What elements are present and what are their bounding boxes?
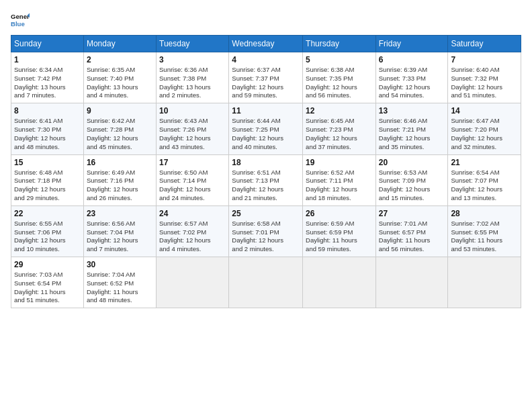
weekday-header-wednesday: Wednesday xyxy=(229,36,303,52)
day-info: Sunrise: 7:03 AM Sunset: 6:54 PM Dayligh… xyxy=(14,271,81,305)
day-info: Sunrise: 6:43 AM Sunset: 7:26 PM Dayligh… xyxy=(159,117,226,151)
day-number: 9 xyxy=(87,106,153,116)
day-number: 7 xyxy=(451,55,518,64)
day-info: Sunrise: 6:46 AM Sunset: 7:21 PM Dayligh… xyxy=(379,117,445,151)
svg-text:General: General xyxy=(11,13,30,20)
calendar-day-cell: 20Sunrise: 6:53 AM Sunset: 7:09 PM Dayli… xyxy=(375,154,448,205)
day-info: Sunrise: 6:50 AM Sunset: 7:14 PM Dayligh… xyxy=(159,169,226,203)
day-number: 2 xyxy=(87,55,153,64)
day-info: Sunrise: 6:58 AM Sunset: 7:01 PM Dayligh… xyxy=(232,220,300,254)
calendar-day-cell: 22Sunrise: 6:55 AM Sunset: 7:06 PM Dayli… xyxy=(11,205,84,257)
calendar-day-cell: 5Sunrise: 6:38 AM Sunset: 7:35 PM Daylig… xyxy=(303,52,376,103)
day-info: Sunrise: 6:44 AM Sunset: 7:25 PM Dayligh… xyxy=(232,117,300,151)
calendar-week-row: 29Sunrise: 7:03 AM Sunset: 6:54 PM Dayli… xyxy=(11,257,521,308)
weekday-header-saturday: Saturday xyxy=(448,36,521,52)
calendar-day-cell: 2Sunrise: 6:35 AM Sunset: 7:40 PM Daylig… xyxy=(83,52,156,103)
day-info: Sunrise: 6:55 AM Sunset: 7:06 PM Dayligh… xyxy=(14,220,81,254)
calendar-day-cell: 16Sunrise: 6:49 AM Sunset: 7:16 PM Dayli… xyxy=(83,154,156,205)
calendar-day-cell: 10Sunrise: 6:43 AM Sunset: 7:26 PM Dayli… xyxy=(157,103,229,154)
day-info: Sunrise: 6:59 AM Sunset: 6:59 PM Dayligh… xyxy=(306,220,373,254)
weekday-header-row: SundayMondayTuesdayWednesdayThursdayFrid… xyxy=(11,36,521,52)
calendar-day-cell: 24Sunrise: 6:57 AM Sunset: 7:02 PM Dayli… xyxy=(157,205,229,257)
day-number: 18 xyxy=(232,158,300,167)
calendar-week-row: 15Sunrise: 6:48 AM Sunset: 7:18 PM Dayli… xyxy=(11,154,521,205)
day-info: Sunrise: 6:39 AM Sunset: 7:33 PM Dayligh… xyxy=(379,66,445,100)
calendar-day-cell: 23Sunrise: 6:56 AM Sunset: 7:04 PM Dayli… xyxy=(83,205,156,257)
day-info: Sunrise: 6:38 AM Sunset: 7:35 PM Dayligh… xyxy=(306,66,373,100)
calendar-week-row: 8Sunrise: 6:41 AM Sunset: 7:30 PM Daylig… xyxy=(11,103,521,154)
day-info: Sunrise: 6:34 AM Sunset: 7:42 PM Dayligh… xyxy=(14,66,81,100)
day-number: 19 xyxy=(306,158,373,167)
day-number: 1 xyxy=(14,55,81,64)
calendar-table: SundayMondayTuesdayWednesdayThursdayFrid… xyxy=(11,35,521,308)
day-info: Sunrise: 6:42 AM Sunset: 7:28 PM Dayligh… xyxy=(87,117,153,151)
weekday-header-sunday: Sunday xyxy=(11,36,84,52)
day-number: 24 xyxy=(159,209,226,218)
logo: General Blue xyxy=(11,11,30,30)
day-info: Sunrise: 6:56 AM Sunset: 7:04 PM Dayligh… xyxy=(87,220,153,254)
day-number: 6 xyxy=(379,55,445,64)
day-info: Sunrise: 6:49 AM Sunset: 7:16 PM Dayligh… xyxy=(87,169,153,203)
calendar-day-cell: 15Sunrise: 6:48 AM Sunset: 7:18 PM Dayli… xyxy=(11,154,84,205)
day-info: Sunrise: 6:36 AM Sunset: 7:38 PM Dayligh… xyxy=(159,66,226,100)
calendar-day-cell: 9Sunrise: 6:42 AM Sunset: 7:28 PM Daylig… xyxy=(83,103,156,154)
calendar-day-cell: 21Sunrise: 6:54 AM Sunset: 7:07 PM Dayli… xyxy=(448,154,521,205)
calendar-day-cell xyxy=(303,257,376,308)
calendar-day-cell: 18Sunrise: 6:51 AM Sunset: 7:13 PM Dayli… xyxy=(229,154,303,205)
calendar-day-cell: 12Sunrise: 6:45 AM Sunset: 7:23 PM Dayli… xyxy=(303,103,376,154)
calendar-day-cell: 17Sunrise: 6:50 AM Sunset: 7:14 PM Dayli… xyxy=(157,154,229,205)
day-info: Sunrise: 6:54 AM Sunset: 7:07 PM Dayligh… xyxy=(451,169,518,203)
calendar-day-cell xyxy=(448,257,521,308)
day-number: 22 xyxy=(14,209,81,218)
day-number: 5 xyxy=(306,55,373,64)
day-info: Sunrise: 6:41 AM Sunset: 7:30 PM Dayligh… xyxy=(14,117,81,151)
calendar-day-cell: 11Sunrise: 6:44 AM Sunset: 7:25 PM Dayli… xyxy=(229,103,303,154)
day-info: Sunrise: 6:40 AM Sunset: 7:32 PM Dayligh… xyxy=(451,66,518,100)
day-info: Sunrise: 7:01 AM Sunset: 6:57 PM Dayligh… xyxy=(379,220,445,254)
day-number: 27 xyxy=(379,209,445,218)
calendar-day-cell: 6Sunrise: 6:39 AM Sunset: 7:33 PM Daylig… xyxy=(375,52,448,103)
calendar-day-cell: 1Sunrise: 6:34 AM Sunset: 7:42 PM Daylig… xyxy=(11,52,84,103)
day-number: 8 xyxy=(14,106,81,116)
day-number: 20 xyxy=(379,158,445,167)
day-number: 30 xyxy=(87,260,153,269)
day-number: 14 xyxy=(451,106,518,116)
calendar-day-cell xyxy=(229,257,303,308)
day-number: 13 xyxy=(379,106,445,116)
day-info: Sunrise: 6:57 AM Sunset: 7:02 PM Dayligh… xyxy=(159,220,226,254)
weekday-header-friday: Friday xyxy=(375,36,448,52)
day-number: 15 xyxy=(14,158,81,167)
calendar-day-cell xyxy=(157,257,229,308)
calendar-day-cell: 30Sunrise: 7:04 AM Sunset: 6:52 PM Dayli… xyxy=(83,257,156,308)
calendar-week-row: 22Sunrise: 6:55 AM Sunset: 7:06 PM Dayli… xyxy=(11,205,521,257)
day-info: Sunrise: 6:45 AM Sunset: 7:23 PM Dayligh… xyxy=(306,117,373,151)
day-number: 16 xyxy=(87,158,153,167)
calendar-day-cell xyxy=(375,257,448,308)
weekday-header-tuesday: Tuesday xyxy=(157,36,229,52)
svg-text:Blue: Blue xyxy=(11,20,25,28)
day-number: 4 xyxy=(232,55,300,64)
day-info: Sunrise: 6:51 AM Sunset: 7:13 PM Dayligh… xyxy=(232,169,300,203)
calendar-day-cell: 19Sunrise: 6:52 AM Sunset: 7:11 PM Dayli… xyxy=(303,154,376,205)
day-number: 23 xyxy=(87,209,153,218)
weekday-header-thursday: Thursday xyxy=(303,36,376,52)
day-info: Sunrise: 6:35 AM Sunset: 7:40 PM Dayligh… xyxy=(87,66,153,100)
calendar-day-cell: 26Sunrise: 6:59 AM Sunset: 6:59 PM Dayli… xyxy=(303,205,376,257)
calendar-week-row: 1Sunrise: 6:34 AM Sunset: 7:42 PM Daylig… xyxy=(11,52,521,103)
calendar-day-cell: 7Sunrise: 6:40 AM Sunset: 7:32 PM Daylig… xyxy=(448,52,521,103)
calendar-day-cell: 3Sunrise: 6:36 AM Sunset: 7:38 PM Daylig… xyxy=(157,52,229,103)
day-number: 28 xyxy=(451,209,518,218)
calendar-day-cell: 28Sunrise: 7:02 AM Sunset: 6:55 PM Dayli… xyxy=(448,205,521,257)
calendar-day-cell: 4Sunrise: 6:37 AM Sunset: 7:37 PM Daylig… xyxy=(229,52,303,103)
header: General Blue xyxy=(11,11,521,30)
day-number: 12 xyxy=(306,106,373,116)
day-number: 10 xyxy=(159,106,226,116)
day-info: Sunrise: 7:04 AM Sunset: 6:52 PM Dayligh… xyxy=(87,271,153,305)
weekday-header-monday: Monday xyxy=(83,36,156,52)
page-container: General Blue SundayMondayTuesdayWednesda… xyxy=(0,0,532,314)
logo-icon: General Blue xyxy=(11,11,30,30)
calendar-day-cell: 13Sunrise: 6:46 AM Sunset: 7:21 PM Dayli… xyxy=(375,103,448,154)
day-number: 26 xyxy=(306,209,373,218)
calendar-day-cell: 25Sunrise: 6:58 AM Sunset: 7:01 PM Dayli… xyxy=(229,205,303,257)
calendar-day-cell: 27Sunrise: 7:01 AM Sunset: 6:57 PM Dayli… xyxy=(375,205,448,257)
